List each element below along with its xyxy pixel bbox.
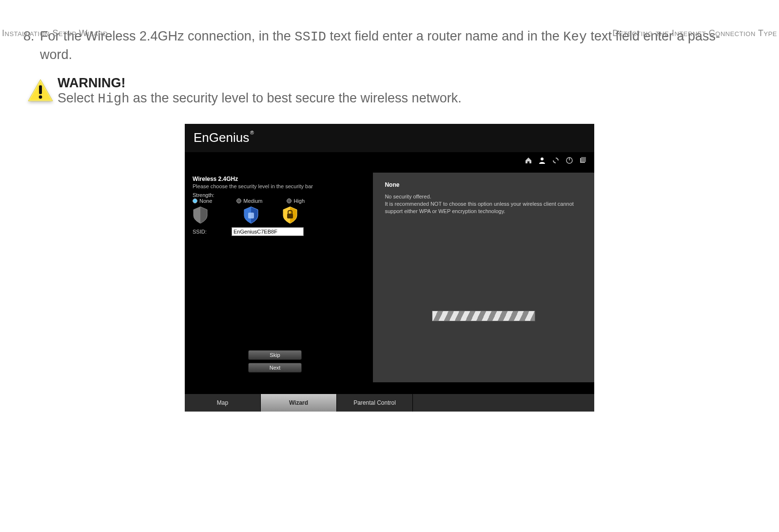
progress-bar <box>432 311 535 321</box>
warning-title: WARNING! <box>58 76 125 90</box>
svg-rect-0 <box>39 85 42 94</box>
svg-rect-6 <box>581 157 586 162</box>
header-right: Detecting the Internet Connection Type <box>612 28 777 39</box>
home-icon[interactable] <box>524 156 533 165</box>
warning-icon <box>23 76 58 103</box>
tab-parental[interactable]: Parental Control <box>337 394 413 412</box>
left-desc: Please choose the security level in the … <box>193 183 365 189</box>
svg-point-1 <box>39 95 42 99</box>
opt-medium[interactable]: Medium <box>236 198 262 204</box>
right-p1: No security offered. <box>385 193 583 200</box>
brand-logo: EnGenius® <box>194 130 254 145</box>
shield-medium-icon <box>232 206 271 224</box>
shield-none-icon <box>193 206 232 224</box>
svg-point-2 <box>541 158 544 160</box>
warning-kw-high: High <box>98 92 130 106</box>
step-text-4: word. <box>40 47 72 62</box>
skip-button[interactable]: Skip <box>248 350 302 360</box>
network-icon[interactable] <box>551 156 560 165</box>
strength-label: Strength: <box>193 192 232 198</box>
right-p2: It is recommended NOT to choose this opt… <box>385 200 583 215</box>
next-button[interactable]: Next <box>248 363 302 373</box>
opt-none[interactable]: None <box>193 198 212 204</box>
header-left: Installation Setup Wizard <box>2 28 108 39</box>
tab-wizard[interactable]: Wizard <box>261 394 337 412</box>
warning-text-1: Select <box>58 91 98 105</box>
svg-rect-7 <box>248 213 254 218</box>
shield-high-icon <box>271 206 310 224</box>
opt-high[interactable]: High <box>287 198 305 204</box>
tab-map[interactable]: Map <box>185 394 261 412</box>
warning-text-2: as the security level to best secure the… <box>129 91 461 105</box>
power-icon[interactable] <box>565 156 574 165</box>
screenshot-panel: EnGenius® Wireless 2.4GHz Please choose … <box>185 124 594 412</box>
ssid-input[interactable] <box>232 227 304 236</box>
toolbar-icons <box>524 156 587 165</box>
left-title: Wireless 2.4GHz <box>193 176 365 182</box>
ssid-label: SSID: <box>193 229 232 235</box>
svg-rect-8 <box>287 214 293 218</box>
right-title: None <box>385 181 583 188</box>
user-icon[interactable] <box>538 156 546 165</box>
menu-icon[interactable] <box>579 156 587 165</box>
